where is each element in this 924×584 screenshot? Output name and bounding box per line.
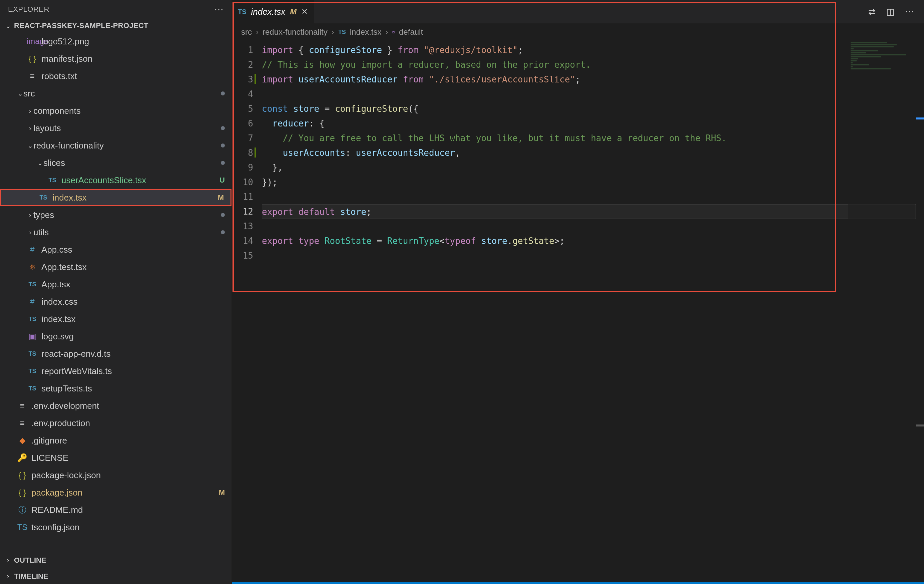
tree-row[interactable]: ⌄slices (0, 154, 231, 172)
line-number: 11 (232, 190, 253, 204)
tree-row[interactable]: TSsetupTests.ts (0, 380, 231, 397)
typescript-icon: TS (338, 29, 346, 36)
editor-area[interactable]: 123456789101112131415 import { configure… (232, 41, 924, 584)
close-icon[interactable]: ✕ (301, 7, 308, 17)
tree-row[interactable]: ›types (0, 206, 231, 223)
code-line[interactable]: userAccounts: userAccountsReducer, (262, 146, 924, 160)
breadcrumb-part[interactable]: redux-functionality (262, 27, 328, 37)
tree-row[interactable]: TSindex.tsx (0, 310, 231, 328)
tree-row[interactable]: 🔑LICENSE (0, 449, 231, 467)
tree-label: logo.svg (41, 331, 225, 342)
split-editor-icon[interactable]: ◫ (886, 7, 895, 17)
compare-icon[interactable]: ⇄ (868, 7, 876, 17)
line-number: 5 (232, 101, 253, 116)
git-gutter-mark (254, 74, 256, 84)
breadcrumb-part[interactable]: src (241, 27, 252, 37)
code-line[interactable]: // This is how you import a reducer, bas… (262, 57, 924, 72)
file-icon: TS (27, 281, 38, 288)
code-content[interactable]: import { configureStore } from "@reduxjs… (262, 41, 924, 584)
chevron-right-icon: › (5, 572, 12, 580)
scrollbar[interactable] (916, 41, 924, 584)
tree-row[interactable]: ›utils (0, 223, 231, 241)
tree-row[interactable]: ⚛App.test.tsx (0, 258, 231, 276)
line-number: 2 (232, 57, 253, 72)
tree-row[interactable]: imagelogo512.png (0, 33, 231, 50)
tree-row[interactable]: TStsconfig.json (0, 519, 231, 536)
tree-row[interactable]: ›components (0, 102, 231, 119)
code-line[interactable]: export default store; (262, 204, 924, 219)
chevron-right-icon: › (27, 107, 33, 115)
tree-row[interactable]: TSreact-app-env.d.ts (0, 345, 231, 362)
code-line[interactable]: import userAccountsReducer from "./slice… (262, 72, 924, 87)
more-icon[interactable]: ⋯ (214, 4, 223, 15)
tree-row[interactable]: ◆.gitignore (0, 432, 231, 449)
file-icon: TS (16, 523, 28, 532)
tree-label: package.json (31, 488, 219, 498)
modified-dot (221, 91, 225, 96)
symbol-icon: ▫ (392, 27, 395, 37)
timeline-section[interactable]: › TIMELINE (0, 568, 231, 584)
code-line[interactable] (262, 190, 924, 204)
tree-row[interactable]: { }package-lock.json (0, 467, 231, 484)
line-number: 1 (232, 43, 253, 57)
project-header[interactable]: ⌄ REACT-PASSKEY-SAMPLE-PROJECT (0, 19, 231, 33)
tree-row[interactable]: TSindex.tsxM (0, 189, 231, 206)
tab-label: index.tsx (251, 7, 285, 17)
tree-row[interactable]: ⌄redux-functionality (0, 137, 231, 154)
outline-section[interactable]: › OUTLINE (0, 552, 231, 568)
file-icon: TS (27, 316, 38, 323)
tree-row[interactable]: #App.css (0, 241, 231, 258)
tab-active[interactable]: TS index.tsx M ✕ (232, 0, 314, 23)
scroll-mark (916, 117, 924, 119)
code-line[interactable] (262, 248, 924, 263)
tree-label: README.md (31, 505, 225, 515)
tree-row[interactable]: ≡robots.txt (0, 68, 231, 85)
tree-label: .env.production (31, 418, 225, 428)
tab-modified-badge: M (290, 7, 297, 17)
code-line[interactable]: export type RootState = ReturnType<typeo… (262, 233, 924, 248)
outline-title: OUTLINE (14, 556, 46, 565)
sidebar: EXPLORER ⋯ ⌄ REACT-PASSKEY-SAMPLE-PROJEC… (0, 0, 232, 584)
code-line[interactable]: const store = configureStore({ (262, 101, 924, 116)
code-line[interactable] (262, 219, 924, 233)
line-number: 7 (232, 131, 253, 146)
breadcrumb-symbol[interactable]: default (399, 27, 423, 37)
line-number: 13 (232, 219, 253, 233)
file-icon: image (27, 37, 38, 46)
code-line[interactable]: reducer: { (262, 116, 924, 131)
tree-row[interactable]: { }manifest.json (0, 50, 231, 68)
code-line[interactable]: }, (262, 160, 924, 175)
chevron-right-icon: › (27, 228, 33, 236)
file-icon: ⓘ (16, 505, 28, 515)
code-line[interactable]: // You are free to call the LHS what you… (262, 131, 924, 146)
tree-row[interactable]: TSApp.tsx (0, 276, 231, 293)
tree-row[interactable]: #index.css (0, 293, 231, 310)
breadcrumb-file[interactable]: index.tsx (350, 27, 381, 37)
tree-row[interactable]: ›layouts (0, 119, 231, 137)
tree-row[interactable]: ≡.env.development (0, 397, 231, 414)
tree-label: setupTests.ts (41, 384, 225, 394)
code-line[interactable]: }); (262, 175, 924, 190)
tree-label: slices (43, 158, 221, 168)
tree-row[interactable]: ⓘREADME.md (0, 501, 231, 519)
tree-row[interactable]: ≡.env.production (0, 414, 231, 432)
more-icon[interactable]: ⋯ (905, 7, 914, 17)
breadcrumb[interactable]: src › redux-functionality › TS index.tsx… (232, 23, 924, 41)
minimap[interactable] (848, 41, 915, 584)
code-line[interactable] (262, 87, 924, 101)
tree-label: redux-functionality (33, 141, 221, 151)
tree-row[interactable]: ⌄src (0, 85, 231, 102)
modified-dot (221, 161, 225, 165)
chevron-down-icon: ⌄ (16, 89, 23, 98)
status-bar[interactable] (232, 582, 924, 584)
modified-dot (221, 230, 225, 234)
tree-row[interactable]: TSuserAccountsSlice.tsxU (0, 172, 231, 189)
tree-row[interactable]: ▣logo.svg (0, 328, 231, 345)
file-tree[interactable]: imagelogo512.png{ }manifest.json≡robots.… (0, 33, 231, 552)
file-icon: ▣ (27, 332, 38, 341)
explorer-title: EXPLORER (8, 5, 50, 14)
tree-row[interactable]: { }package.jsonM (0, 484, 231, 501)
code-line[interactable]: import { configureStore } from "@reduxjs… (262, 43, 924, 57)
line-number: 10 (232, 175, 253, 190)
tree-row[interactable]: TSreportWebVitals.ts (0, 362, 231, 380)
